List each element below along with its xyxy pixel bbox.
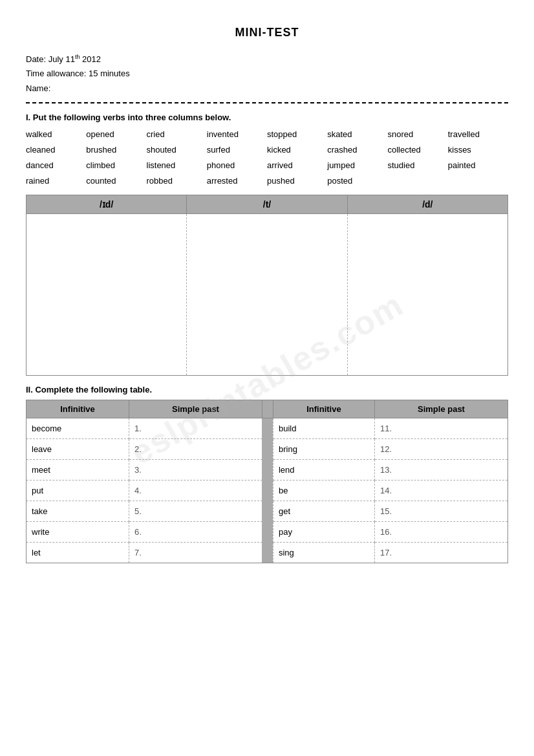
infinitive-left: become (27, 418, 129, 438)
name-label: Name: (26, 83, 50, 93)
section-divider (26, 102, 508, 103)
three-col-table: /ɪd//t//d/ (26, 195, 508, 376)
divider-cell (262, 521, 273, 542)
word-item: collected (388, 143, 448, 157)
th-simplepast-left: Simple past (129, 400, 262, 418)
col-id-cell (27, 213, 187, 375)
word-item: travelled (448, 127, 508, 142)
simplepast-right: 14. (374, 480, 507, 501)
simplepast-right: 11. (374, 418, 507, 438)
word-item: opened (86, 127, 146, 142)
word-item: robbed (147, 174, 207, 188)
word-item: counted (86, 174, 146, 188)
table-row: leave2.bring12. (27, 438, 508, 459)
infinitive-right: pay (273, 521, 374, 542)
word-item: rained (26, 174, 86, 188)
table-row: meet3.lend13. (27, 459, 508, 480)
time-label: Time allowance: (26, 69, 86, 78)
word-list: walkedopenedcriedinventedstoppedskatedsn… (26, 127, 508, 188)
simplepast-left: 2. (129, 438, 262, 459)
word-item: kisses (448, 143, 508, 157)
simplepast-right: 13. (374, 459, 507, 480)
divider-cell (262, 418, 273, 438)
complete-table: Infinitive Simple past Infinitive Simple… (26, 400, 508, 563)
word-item: danced (26, 158, 86, 173)
word-item: phoned (207, 158, 267, 173)
word-item: surfed (207, 143, 267, 157)
simplepast-left: 1. (129, 418, 262, 438)
divider-cell (262, 542, 273, 563)
meta-section: Date: July 11th 2012 Time allowance: 15 … (26, 52, 508, 96)
infinitive-right: sing (273, 542, 374, 563)
infinitive-right: get (273, 501, 374, 521)
word-item: brushed (86, 143, 146, 157)
word-item: cried (147, 127, 207, 142)
th-infinitive-right: Infinitive (273, 400, 374, 418)
infinitive-right: be (273, 480, 374, 501)
word-item: jumped (327, 158, 387, 173)
table-row: put4.be14. (27, 480, 508, 501)
word-item: posted (327, 174, 387, 188)
word-item: cleaned (26, 143, 86, 157)
word-item: painted (448, 158, 508, 173)
simplepast-right: 17. (374, 542, 507, 563)
time-value: 15 minutes (86, 69, 129, 78)
word-item: studied (388, 158, 448, 173)
word-item: snored (388, 127, 448, 142)
word-item: invented (207, 127, 267, 142)
date-year: 2012 (80, 54, 101, 64)
word-item: arrived (267, 158, 327, 173)
col-t-cell (187, 213, 347, 375)
simplepast-left: 6. (129, 521, 262, 542)
infinitive-left: write (27, 521, 129, 542)
divider-cell (262, 480, 273, 501)
th-infinitive-left: Infinitive (27, 400, 129, 418)
infinitive-left: leave (27, 438, 129, 459)
word-item: stopped (267, 127, 327, 142)
word-item: pushed (267, 174, 327, 188)
table-row: become1.build11. (27, 418, 508, 438)
divider-cell (262, 438, 273, 459)
infinitive-right: build (273, 418, 374, 438)
table-row: let7.sing17. (27, 542, 508, 563)
th-simplepast-right: Simple past (374, 400, 507, 418)
word-item: arrested (207, 174, 267, 188)
col-header: /t/ (187, 195, 347, 213)
infinitive-right: bring (273, 438, 374, 459)
section2-title: II. Complete the following table. (26, 385, 508, 394)
infinitive-left: take (27, 501, 129, 521)
simplepast-left: 3. (129, 459, 262, 480)
infinitive-right: lend (273, 459, 374, 480)
table-row: write6.pay16. (27, 521, 508, 542)
divider-cell (262, 501, 273, 521)
th-divider (262, 400, 273, 418)
infinitive-left: put (27, 480, 129, 501)
word-item: climbed (86, 158, 146, 173)
word-item: listened (147, 158, 207, 173)
word-item: shouted (147, 143, 207, 157)
col-header: /d/ (347, 195, 507, 213)
word-item: kicked (267, 143, 327, 157)
infinitive-left: meet (27, 459, 129, 480)
name-line: Name: (26, 81, 508, 96)
date-label: Date: (26, 54, 46, 64)
simplepast-left: 5. (129, 501, 262, 521)
word-item: skated (327, 127, 387, 142)
simplepast-left: 4. (129, 480, 262, 501)
col-d-cell (347, 213, 507, 375)
word-item: walked (26, 127, 86, 142)
simplepast-right: 12. (374, 438, 507, 459)
simplepast-left: 7. (129, 542, 262, 563)
col-header: /ɪd/ (27, 195, 187, 213)
section1-title: I. Put the following verbs into three co… (26, 113, 508, 122)
page-title: MINI-TEST (26, 26, 508, 39)
date-value: July 11 (48, 54, 75, 64)
divider-cell (262, 459, 273, 480)
simplepast-right: 16. (374, 521, 507, 542)
time-line: Time allowance: 15 minutes (26, 67, 508, 81)
table-row: take5.get15. (27, 501, 508, 521)
date-line: Date: July 11th 2012 (26, 52, 508, 67)
word-item: crashed (327, 143, 387, 157)
infinitive-left: let (27, 542, 129, 563)
simplepast-right: 15. (374, 501, 507, 521)
